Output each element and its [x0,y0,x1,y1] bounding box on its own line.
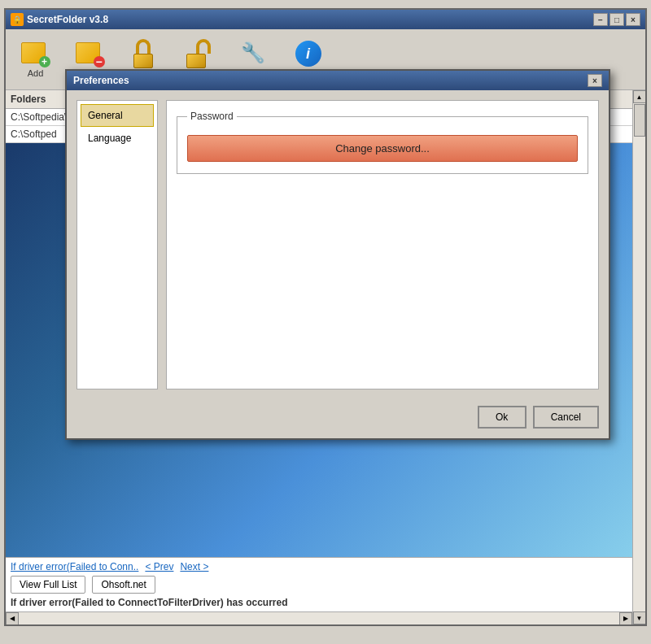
horizontal-scrollbar: ◀ ▶ [6,611,632,624]
preferences-icon [241,41,267,66]
main-window: 🔒 SecretFolder v3.8 − □ × Add Remove Loc… [4,8,647,626]
dialog-title-text: Preferences [73,75,129,86]
add-icon [21,41,50,67]
dialog-close-button[interactable]: × [588,74,602,87]
vertical-scrollbar: ▲ ▼ [632,90,645,624]
vscroll-thumb[interactable] [634,104,645,137]
ok-button[interactable]: Ok [478,406,526,429]
dialog-body: General Language Password Change passwor… [67,90,609,399]
prev-link[interactable]: < Prev [145,561,173,572]
title-bar-left: 🔒 SecretFolder v3.8 [11,13,108,26]
maximize-button[interactable]: □ [609,13,624,26]
vscroll-up-button[interactable]: ▲ [633,90,646,103]
add-button[interactable]: Add [9,33,62,86]
add-label: Add [28,68,44,78]
view-full-list-button[interactable]: View Full List [11,576,85,594]
dialog-title-bar: Preferences × [67,71,609,90]
next-link[interactable]: Next > [180,561,208,572]
about-icon: i [295,41,321,67]
status-message: If driver error(Failed to ConnectToFilte… [11,597,627,608]
change-password-button[interactable]: Change password... [187,135,578,162]
title-controls: − □ × [593,13,640,26]
vscroll-down-button[interactable]: ▼ [633,611,646,624]
vscroll-track[interactable] [633,103,645,611]
error-link[interactable]: If driver error(Failed to Conn.. [11,561,138,572]
password-fieldset: Password Change password... [177,111,588,174]
minimize-button[interactable]: − [593,13,608,26]
dialog-sidebar: General Language [76,100,158,389]
hscroll-left-button[interactable]: ◀ [6,612,19,625]
status-line-1: If driver error(Failed to Conn.. < Prev … [11,561,627,572]
preferences-dialog: Preferences × General Language Pass [65,69,610,440]
title-bar: 🔒 SecretFolder v3.8 − □ × [6,10,645,29]
close-button[interactable]: × [626,13,640,26]
sidebar-item-language[interactable]: Language [81,127,154,150]
hscroll-right-button[interactable]: ▶ [619,612,632,625]
window-title: SecretFolder v3.8 [27,14,108,25]
status-bar: If driver error(Failed to Conn.. < Prev … [6,557,632,611]
status-line-2: View Full List Ohsoft.net [11,576,627,594]
hscroll-track[interactable] [19,612,619,624]
dialog-main-content: Password Change password... [166,100,599,389]
lock-icon [132,39,158,68]
sidebar-item-general[interactable]: General [81,104,154,127]
password-legend: Password [187,111,237,122]
app-icon: 🔒 [11,13,24,26]
cancel-button[interactable]: Cancel [533,406,599,429]
dialog-footer: Ok Cancel [67,399,609,438]
ohsoft-button[interactable]: Ohsoft.net [92,576,155,594]
unlock-icon [185,39,214,68]
remove-icon [76,41,105,67]
